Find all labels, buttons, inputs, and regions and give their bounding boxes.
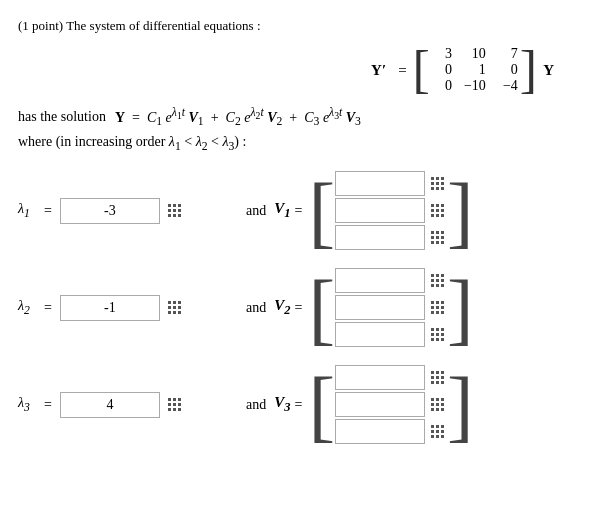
vector-grid-icon-2b[interactable] [429,299,447,317]
has-solution-text: has the solution [18,109,113,125]
vector-input-1b[interactable] [335,198,425,223]
vector-equals-2: = [294,300,302,316]
y-right-label: Y [543,62,554,79]
lambda-grid-icon-1[interactable] [166,202,184,220]
and-label-1: and [246,203,266,219]
vector-input-row-2b [335,295,447,320]
m22: −4 [498,78,518,94]
vector-bracket-left-3: [ [308,365,335,444]
vector-inputs-2 [335,268,447,347]
lambda-input-3[interactable] [60,392,160,418]
vector-inputs-1 [335,171,447,250]
vector-grid-icon-1c[interactable] [429,229,447,247]
vector-bracket-left-1: [ [308,171,335,250]
vector-input-1c[interactable] [335,225,425,250]
solution-line: has the solution Y = C1 eλ1t V1 + C2 eλ2… [18,106,584,128]
row-group-3: λ3 = and V3 = [18,365,584,444]
vector-input-3c[interactable] [335,419,425,444]
solution-formula: Y = C1 eλ1t V1 + C2 eλ2t V2 + C3 eλ3t V3 [115,106,361,128]
vector-input-3b[interactable] [335,392,425,417]
y-prime-label: Y′ [371,62,386,79]
vector-input-row-3a [335,365,447,390]
problem-title: (1 point) The system of differential equ… [18,18,584,34]
vector-label-1: V1 [274,200,290,221]
main-page: (1 point) The system of differential equ… [0,0,602,529]
matrix-equation: Y′ = [ 3 10 7 0 1 0 0 −10 −4 ] Y [18,44,554,96]
m11: 1 [464,62,486,78]
row-group-1: λ1 = and V1 [18,171,584,250]
vector-bracket-left-2: [ [308,268,335,347]
row-group-2: λ2 = and V2 = [18,268,584,347]
and-label-3: and [246,397,266,413]
lambda-label-1: λ1 [18,201,36,220]
eq-sign-1: = [44,203,52,219]
vector-input-row-1a [335,171,447,196]
equals-sign: = [398,62,406,79]
where-line: where (in increasing order λ1 < λ2 < λ3)… [18,134,584,153]
equation-row-3: λ3 = and V3 = [18,365,584,444]
vector-label-3: V3 [274,394,290,415]
vector-bracket-right-2: ] [447,268,474,347]
vector-input-1a[interactable] [335,171,425,196]
m20: 0 [432,78,452,94]
lambda-label-3: λ3 [18,395,36,414]
vector-input-2a[interactable] [335,268,425,293]
m12: 0 [498,62,518,78]
m00: 3 [432,46,452,62]
vector-equals-3: = [294,397,302,413]
vector-bracket-right-1: ] [447,171,474,250]
vector-equals-1: = [294,203,302,219]
eq-sign-2: = [44,300,52,316]
lambda-input-2[interactable] [60,295,160,321]
vector-input-2c[interactable] [335,322,425,347]
rows-section: λ1 = and V1 [18,171,584,444]
matrix-grid: 3 10 7 0 1 0 0 −10 −4 [432,46,518,94]
lambda-section-3: λ3 = [18,392,238,418]
vector-grid-icon-3a[interactable] [429,369,447,387]
vector-input-row-1c [335,225,447,250]
lambda-section-2: λ2 = [18,295,238,321]
vector-input-row-3b [335,392,447,417]
m02: 7 [498,46,518,62]
matrix-display: [ 3 10 7 0 1 0 0 −10 −4 ] [413,44,538,96]
m01: 10 [464,46,486,62]
vector-label-2: V2 [274,297,290,318]
vector-bracket-group-3: [ [308,365,473,444]
equation-row-1: λ1 = and V1 [18,171,584,250]
lambda-section-1: λ1 = [18,198,238,224]
vector-bracket-group-1: [ [308,171,473,250]
vector-grid-icon-3b[interactable] [429,396,447,414]
vector-input-3a[interactable] [335,365,425,390]
m10: 0 [432,62,452,78]
vector-input-row-3c [335,419,447,444]
lambda-input-1[interactable] [60,198,160,224]
vector-grid-icon-2c[interactable] [429,326,447,344]
vector-input-row-2a [335,268,447,293]
eq-sign-3: = [44,397,52,413]
vector-bracket-group-2: [ [308,268,473,347]
bracket-left: [ [413,44,430,96]
vector-input-row-2c [335,322,447,347]
vector-grid-icon-1a[interactable] [429,175,447,193]
equation-row-2: λ2 = and V2 = [18,268,584,347]
lambda-grid-icon-2[interactable] [166,299,184,317]
bracket-right: ] [520,44,537,96]
vector-bracket-right-3: ] [447,365,474,444]
m21: −10 [464,78,486,94]
vector-input-row-1b [335,198,447,223]
vector-grid-icon-1b[interactable] [429,202,447,220]
lambda-label-2: λ2 [18,298,36,317]
and-label-2: and [246,300,266,316]
vector-inputs-3 [335,365,447,444]
vector-grid-icon-2a[interactable] [429,272,447,290]
vector-input-2b[interactable] [335,295,425,320]
lambda-grid-icon-3[interactable] [166,396,184,414]
vector-grid-icon-3c[interactable] [429,423,447,441]
